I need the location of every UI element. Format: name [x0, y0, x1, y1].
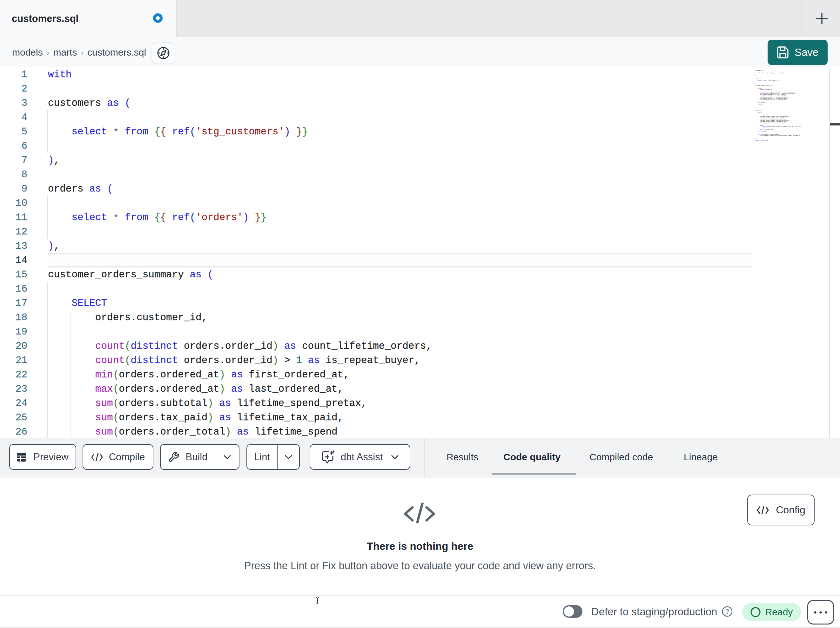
svg-text:?: ?: [725, 608, 729, 615]
